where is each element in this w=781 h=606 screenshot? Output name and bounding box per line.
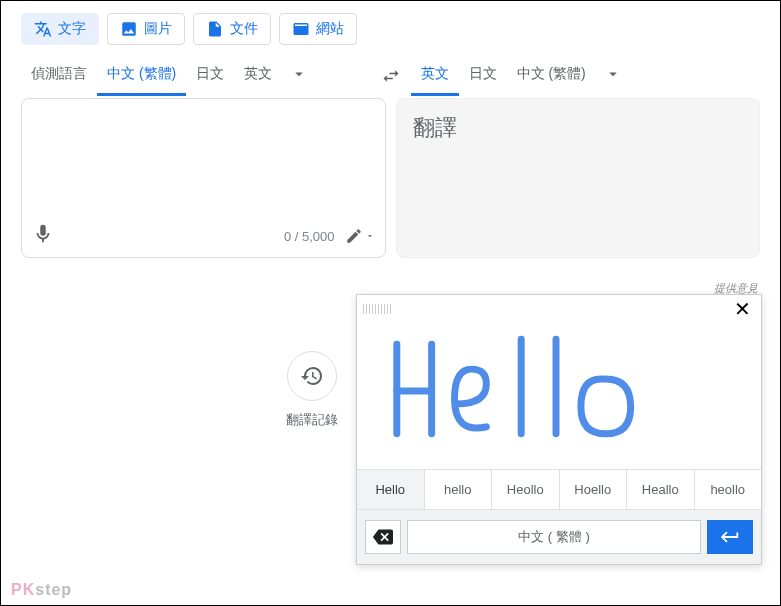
tab-text[interactable]: 文字 <box>21 13 99 45</box>
tab-images-label: 圖片 <box>144 20 172 38</box>
target-lang-zh[interactable]: 中文 (繁體) <box>507 55 596 96</box>
source-lang-detect[interactable]: 偵測語言 <box>21 55 97 96</box>
history-button[interactable] <box>287 351 337 401</box>
handwriting-panel: ✕ Hello hello Heollo Hoello Heallo h <box>356 294 762 565</box>
suggestion-0[interactable]: Hello <box>357 470 425 509</box>
handwriting-stroke <box>357 319 761 469</box>
enter-button[interactable] <box>707 520 753 554</box>
input-tools-button[interactable] <box>345 227 375 245</box>
tab-websites-label: 網站 <box>316 20 344 38</box>
backspace-icon <box>373 527 393 547</box>
history-block: 翻譯記錄 <box>286 351 338 429</box>
target-lang-ja[interactable]: 日文 <box>459 55 507 96</box>
source-lang-group: 偵測語言 中文 (繁體) 日文 英文 <box>21 55 371 96</box>
suggestion-3[interactable]: Hoello <box>560 470 628 509</box>
suggestion-4[interactable]: Heallo <box>627 470 695 509</box>
suggestion-1[interactable]: hello <box>425 470 493 509</box>
history-icon <box>300 364 324 388</box>
image-icon <box>120 20 138 38</box>
tab-images[interactable]: 圖片 <box>107 13 185 45</box>
target-panel: 翻譯 <box>396 98 761 258</box>
mic-icon <box>32 223 54 245</box>
suggestion-row: Hello hello Heollo Hoello Heallo heollo <box>357 469 761 509</box>
close-icon: ✕ <box>734 298 751 320</box>
close-button[interactable]: ✕ <box>730 299 755 319</box>
tab-text-label: 文字 <box>58 20 86 38</box>
drag-handle[interactable] <box>363 304 393 314</box>
target-lang-en[interactable]: 英文 <box>411 55 459 96</box>
suggestion-2[interactable]: Heollo <box>492 470 560 509</box>
chevron-down-icon <box>604 65 622 83</box>
caret-down-icon <box>365 231 375 241</box>
document-icon <box>206 20 224 38</box>
watermark: PKstep <box>11 581 72 599</box>
source-lang-ja[interactable]: 日文 <box>186 55 234 96</box>
translate-icon <box>34 20 52 38</box>
target-placeholder: 翻譯 <box>397 99 760 157</box>
hw-language-button[interactable]: 中文 ( 繁體 ) <box>407 520 701 554</box>
mic-button[interactable] <box>32 223 54 249</box>
enter-icon <box>719 526 741 548</box>
swap-icon <box>381 66 401 86</box>
tab-documents-label: 文件 <box>230 20 258 38</box>
source-lang-en[interactable]: 英文 <box>234 55 282 96</box>
tab-websites[interactable]: 網站 <box>279 13 357 45</box>
source-lang-zh[interactable]: 中文 (繁體) <box>97 55 186 96</box>
target-lang-more[interactable] <box>596 65 630 87</box>
target-lang-group: 英文 日文 中文 (繁體) <box>411 55 761 96</box>
tab-documents[interactable]: 文件 <box>193 13 271 45</box>
pencil-icon <box>345 227 363 245</box>
backspace-button[interactable] <box>365 520 401 554</box>
handwriting-canvas[interactable] <box>357 319 761 469</box>
website-icon <box>292 20 310 38</box>
source-panel[interactable]: 0 / 5,000 <box>21 98 386 258</box>
source-lang-more[interactable] <box>282 65 316 87</box>
suggestion-5[interactable]: heollo <box>695 470 762 509</box>
swap-button[interactable] <box>371 55 411 96</box>
chevron-down-icon <box>290 65 308 83</box>
char-counter: 0 / 5,000 <box>284 229 335 244</box>
history-label: 翻譯記錄 <box>286 411 338 429</box>
